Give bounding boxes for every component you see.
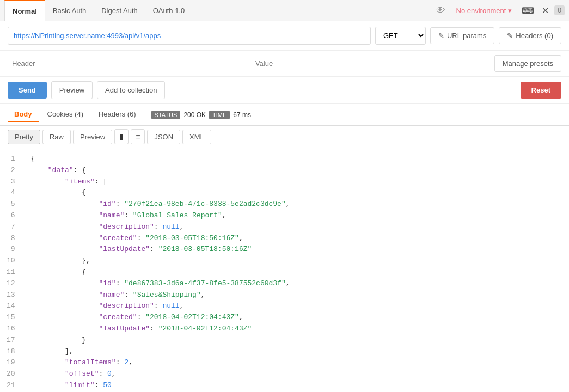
status-label: STATUS: [151, 111, 181, 119]
method-select[interactable]: GET POST PUT DELETE: [375, 27, 426, 45]
headers-label: Headers (0): [516, 32, 553, 40]
code-token: {: [31, 188, 86, 197]
json-button[interactable]: JSON: [147, 130, 180, 144]
value-input[interactable]: [251, 56, 489, 71]
code-token: ],: [31, 347, 74, 356]
reset-button[interactable]: Reset: [521, 82, 561, 99]
code-line: "created": "2018-03-05T18:50:16Z",: [31, 233, 560, 244]
code-line: "offset": 0,: [31, 369, 560, 380]
line-number: 14: [7, 301, 15, 312]
code-token: ,: [286, 200, 290, 208]
line-number: 9: [7, 244, 15, 255]
wrap-icon[interactable]: ≡: [131, 129, 145, 144]
code-token: ,: [222, 211, 227, 219]
top-tab-bar: Normal Basic Auth Digest Auth OAuth 1.0 …: [0, 0, 569, 21]
code-line: "items": [: [31, 176, 560, 188]
url-input[interactable]: [8, 27, 371, 45]
line-number: 19: [7, 357, 15, 369]
tab-basic-auth[interactable]: Basic Auth: [45, 0, 94, 21]
line-number: 21: [7, 380, 15, 391]
manage-presets-button[interactable]: Manage presets: [494, 55, 561, 72]
top-tabs-right: 👁 No environment ▾ ⌨ ✕ 0: [432, 3, 565, 18]
code-token: ,: [201, 291, 205, 299]
code-token: ,: [239, 313, 243, 321]
url-params-label: URL params: [447, 32, 486, 40]
code-token: ,: [112, 370, 116, 378]
code-token: ,: [180, 302, 184, 310]
code-token: :: [116, 200, 125, 208]
line-number: 15: [7, 312, 15, 323]
status-badge: STATUS 200 OK TIME 67 ms: [151, 111, 251, 119]
code-token: "name": [31, 211, 125, 219]
code-line: ],: [31, 346, 560, 358]
eye-icon[interactable]: 👁: [432, 5, 449, 16]
tab-normal[interactable]: Normal: [4, 0, 45, 21]
header-row: Manage presets: [0, 51, 569, 77]
line-number: 4: [7, 187, 15, 199]
line-number: 20: [7, 369, 15, 380]
code-token: "id": [31, 200, 116, 208]
code-token: ,: [129, 358, 133, 366]
format-bar: Pretty Raw Preview ▮ ≡ JSON XML: [0, 126, 569, 148]
send-button[interactable]: Send: [8, 82, 47, 99]
tab-headers[interactable]: Headers (6): [92, 107, 143, 122]
xml-button[interactable]: XML: [182, 130, 211, 144]
code-token: null: [162, 302, 179, 310]
code-token: "name": [31, 291, 125, 299]
code-token: "2018-04-02T12:04:43Z": [145, 313, 239, 321]
add-to-collection-button[interactable]: Add to collection: [97, 81, 165, 99]
code-token: "created": [31, 313, 137, 321]
code-token: "270f21ea-98eb-471c-8338-5e2ad2c3dc9e": [124, 200, 285, 208]
line-number: 16: [7, 323, 15, 335]
response-tab-bar: Body Cookies (4) Headers (6) STATUS 200 …: [0, 104, 569, 126]
line-number: 13: [7, 290, 15, 301]
edit2-icon: ✎: [507, 32, 513, 40]
tab-oauth[interactable]: OAuth 1.0: [145, 0, 193, 21]
code-token: },: [31, 256, 90, 265]
tab-body[interactable]: Body: [8, 107, 39, 122]
tab-digest-auth[interactable]: Digest Auth: [94, 0, 145, 21]
code-line: {: [31, 187, 560, 199]
pretty-button[interactable]: Pretty: [8, 130, 40, 144]
code-token: {: [31, 268, 86, 276]
chevron-down-icon: ▾: [508, 7, 512, 15]
raw-button[interactable]: Raw: [42, 130, 71, 144]
keyboard-icon[interactable]: ⌨: [519, 3, 536, 18]
line-number: 7: [7, 222, 15, 233]
url-bar: GET POST PUT DELETE ✎ URL params ✎ Heade…: [0, 21, 569, 51]
code-token: :: [116, 358, 125, 366]
code-token: "data": [31, 166, 74, 174]
code-line: "lastUpdate": "2018-04-02T12:04:43Z": [31, 323, 560, 335]
url-params-button[interactable]: ✎ URL params: [430, 27, 494, 44]
environment-selector[interactable]: No environment ▾: [452, 4, 517, 17]
code-token: :: [150, 324, 158, 333]
header-input[interactable]: [8, 56, 246, 71]
preview-format-button[interactable]: Preview: [73, 130, 112, 144]
env-label: No environment: [456, 7, 506, 15]
copy-icon[interactable]: ▮: [114, 129, 129, 144]
code-line: "description": null,: [31, 222, 560, 233]
line-number: 11: [7, 267, 15, 278]
code-token: "2018-04-02T12:04:43Z": [158, 324, 252, 333]
line-number: 8: [7, 233, 15, 244]
code-token: "de867383-3d6a-4f37-8fe5-387552c60d3f": [124, 279, 285, 287]
code-token: :: [137, 313, 146, 321]
code-token: :: [150, 245, 158, 253]
code-token: "offset": [31, 370, 99, 378]
code-token: :: [99, 370, 107, 378]
wrench-icon[interactable]: ✕: [540, 3, 551, 18]
code-token: :: [154, 223, 163, 231]
line-number: 2: [7, 165, 15, 176]
code-token: "description": [31, 302, 154, 310]
code-token: :: [116, 279, 125, 287]
code-token: "created": [31, 234, 137, 242]
code-line: "totalItems": 2,: [31, 357, 560, 369]
status-value: 200 OK: [183, 111, 206, 119]
code-line: },: [31, 255, 560, 267]
headers-button[interactable]: ✎ Headers (0): [499, 27, 561, 44]
line-number: 1: [7, 154, 15, 165]
code-line: "name": "Sales&Shipping",: [31, 290, 560, 301]
tab-cookies[interactable]: Cookies (4): [41, 107, 90, 122]
preview-button[interactable]: Preview: [51, 81, 93, 99]
code-line: "name": "Global Sales Report",: [31, 210, 560, 222]
